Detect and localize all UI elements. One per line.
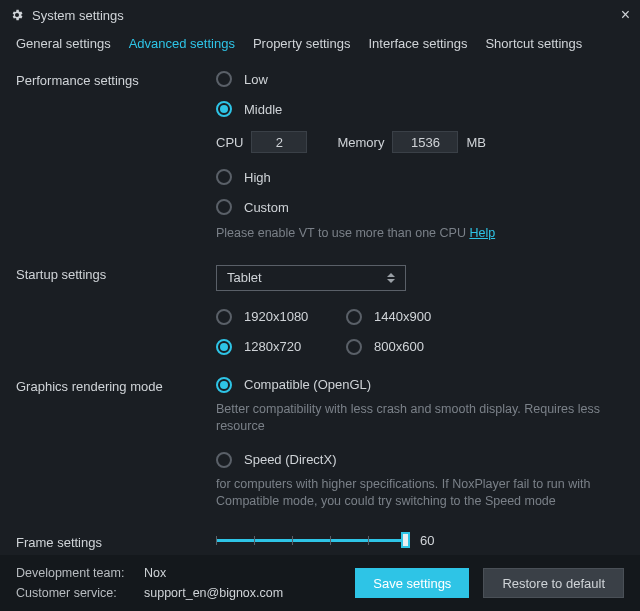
radio-custom-label: Custom	[244, 200, 289, 215]
opengl-desc: Better compatibility with less crash and…	[216, 401, 624, 436]
radio-dot-icon	[216, 309, 232, 325]
tab-property[interactable]: Property settings	[253, 36, 351, 51]
gear-icon	[10, 8, 24, 22]
dev-team-value: Nox	[144, 566, 166, 580]
titlebar: System settings ×	[0, 0, 640, 30]
radio-middle[interactable]: Middle	[216, 101, 624, 117]
fps-slider[interactable]: 60	[216, 533, 436, 548]
graphics-row: Graphics rendering mode Compatible (Open…	[16, 377, 624, 511]
save-button[interactable]: Save settings	[355, 568, 469, 598]
radio-800x600[interactable]: 800x600	[346, 339, 476, 355]
content-area: Performance settings Low Middle CPU Memo…	[0, 61, 640, 566]
restore-button[interactable]: Restore to default	[483, 568, 624, 598]
cpu-input[interactable]	[251, 131, 307, 153]
chevron-updown-icon	[387, 273, 395, 283]
tab-interface[interactable]: Interface settings	[368, 36, 467, 51]
cpu-label: CPU	[216, 135, 243, 150]
radio-middle-label: Middle	[244, 102, 282, 117]
startup-select[interactable]: Tablet	[216, 265, 406, 291]
radio-custom[interactable]: Custom	[216, 199, 624, 215]
radio-dot-icon	[216, 101, 232, 117]
radio-high[interactable]: High	[216, 169, 624, 185]
radio-1920x1080[interactable]: 1920x1080	[216, 309, 346, 325]
memory-input[interactable]	[392, 131, 458, 153]
tab-general[interactable]: General settings	[16, 36, 111, 51]
startup-label: Startup settings	[16, 265, 216, 282]
radio-opengl[interactable]: Compatible (OpenGL)	[216, 377, 624, 393]
radio-dot-icon	[216, 339, 232, 355]
dev-team-label: Development team:	[16, 563, 144, 583]
radio-dot-icon	[216, 377, 232, 393]
graphics-label: Graphics rendering mode	[16, 377, 216, 394]
slider-thumb-icon[interactable]	[401, 532, 410, 548]
footer: Development team:Nox Customer service:su…	[0, 555, 640, 611]
footer-info: Development team:Nox Customer service:su…	[16, 563, 283, 603]
close-icon[interactable]: ×	[621, 6, 630, 24]
radio-low-label: Low	[244, 72, 268, 87]
radio-1440x900[interactable]: 1440x900	[346, 309, 476, 325]
radio-dot-icon	[346, 309, 362, 325]
performance-label: Performance settings	[16, 71, 216, 88]
tab-bar: General settings Advanced settings Prope…	[0, 30, 640, 61]
radio-dot-icon	[346, 339, 362, 355]
window-title: System settings	[32, 8, 124, 23]
fps-value: 60	[420, 533, 434, 548]
radio-directx[interactable]: Speed (DirectX)	[216, 452, 624, 468]
directx-desc: for computers with higher specifications…	[216, 476, 624, 511]
radio-dot-icon	[216, 199, 232, 215]
radio-dot-icon	[216, 452, 232, 468]
radio-low[interactable]: Low	[216, 71, 624, 87]
memory-unit: MB	[466, 135, 486, 150]
customer-service-value: support_en@bignox.com	[144, 586, 283, 600]
tab-shortcut[interactable]: Shortcut settings	[485, 36, 582, 51]
startup-select-value: Tablet	[227, 270, 262, 285]
vt-help-link[interactable]: Help	[469, 226, 495, 240]
radio-dot-icon	[216, 71, 232, 87]
tab-advanced[interactable]: Advanced settings	[129, 36, 235, 51]
cpu-mem-row: CPU Memory MB	[216, 131, 624, 153]
radio-1280x720[interactable]: 1280x720	[216, 339, 346, 355]
frame-label: Frame settings	[16, 533, 216, 550]
memory-label: Memory	[337, 135, 384, 150]
radio-dot-icon	[216, 169, 232, 185]
performance-row: Performance settings Low Middle CPU Memo…	[16, 71, 624, 243]
radio-high-label: High	[244, 170, 271, 185]
customer-service-label: Customer service:	[16, 583, 144, 603]
vt-help-text: Please enable VT to use more than one CP…	[216, 225, 624, 243]
startup-row: Startup settings Tablet 1920x1080 1440x9…	[16, 265, 624, 355]
